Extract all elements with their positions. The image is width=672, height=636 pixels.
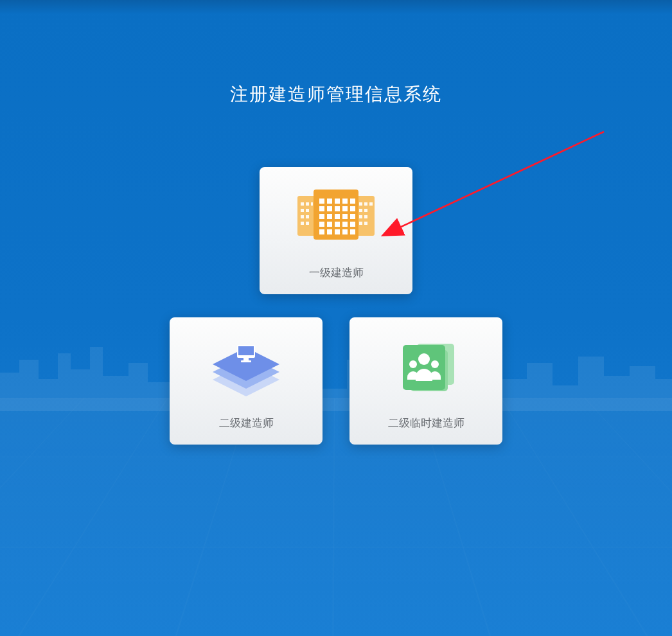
svg-rect-35 bbox=[301, 222, 304, 225]
svg-point-57 bbox=[409, 360, 417, 368]
card-label: 一级建造师 bbox=[309, 265, 364, 294]
svg-rect-29 bbox=[306, 202, 309, 206]
svg-rect-32 bbox=[306, 209, 309, 212]
svg-rect-51 bbox=[243, 358, 249, 360]
svg-rect-36 bbox=[306, 222, 309, 225]
layers-monitor-icon bbox=[201, 335, 291, 399]
svg-rect-11 bbox=[342, 206, 348, 211]
svg-rect-13 bbox=[319, 214, 324, 219]
svg-rect-16 bbox=[342, 214, 348, 219]
svg-rect-31 bbox=[301, 209, 304, 212]
svg-rect-18 bbox=[319, 222, 324, 227]
buildings-icon bbox=[285, 184, 387, 249]
svg-rect-37 bbox=[359, 202, 362, 206]
svg-rect-40 bbox=[359, 209, 362, 212]
svg-rect-17 bbox=[350, 214, 355, 219]
svg-rect-52 bbox=[241, 360, 251, 362]
svg-rect-55 bbox=[403, 345, 445, 390]
card-row-2: 二级建造师 二级临时建造师 bbox=[170, 317, 502, 445]
people-icon bbox=[381, 335, 471, 399]
header-band bbox=[0, 0, 672, 14]
svg-rect-15 bbox=[335, 214, 340, 219]
svg-rect-4 bbox=[327, 199, 332, 204]
svg-rect-38 bbox=[364, 202, 367, 206]
card-icon-wrap bbox=[260, 167, 412, 265]
svg-rect-12 bbox=[350, 206, 355, 211]
svg-rect-50 bbox=[238, 346, 254, 355]
card-level-2-builder[interactable]: 二级建造师 bbox=[170, 317, 323, 445]
svg-rect-10 bbox=[335, 206, 340, 211]
card-icon-wrap bbox=[170, 317, 323, 416]
card-label: 二级建造师 bbox=[219, 416, 274, 445]
svg-rect-43 bbox=[364, 215, 367, 218]
svg-rect-20 bbox=[335, 222, 340, 227]
svg-rect-27 bbox=[350, 229, 355, 234]
page-title: 注册建造师管理信息系统 bbox=[0, 82, 672, 107]
svg-rect-42 bbox=[359, 215, 362, 218]
svg-rect-22 bbox=[350, 222, 355, 227]
svg-point-56 bbox=[418, 353, 430, 365]
svg-rect-9 bbox=[327, 206, 332, 211]
card-level-1-builder[interactable]: 一级建造师 bbox=[260, 167, 412, 294]
svg-rect-45 bbox=[364, 222, 367, 225]
svg-rect-23 bbox=[319, 229, 324, 234]
svg-rect-30 bbox=[311, 202, 313, 206]
svg-rect-7 bbox=[350, 199, 355, 204]
card-container: 一级建造师 bbox=[0, 167, 672, 445]
svg-rect-21 bbox=[342, 222, 348, 227]
svg-rect-44 bbox=[359, 222, 362, 225]
svg-rect-19 bbox=[327, 222, 332, 227]
svg-rect-28 bbox=[301, 202, 304, 206]
svg-rect-39 bbox=[369, 202, 373, 206]
svg-rect-3 bbox=[319, 199, 324, 204]
svg-rect-33 bbox=[301, 215, 304, 218]
svg-rect-6 bbox=[342, 199, 348, 204]
svg-rect-5 bbox=[335, 199, 340, 204]
card-row-1: 一级建造师 bbox=[260, 167, 412, 294]
svg-rect-41 bbox=[364, 209, 367, 212]
card-icon-wrap bbox=[349, 317, 502, 416]
svg-rect-14 bbox=[327, 214, 332, 219]
card-label: 二级临时建造师 bbox=[388, 416, 464, 445]
svg-rect-34 bbox=[306, 215, 309, 218]
svg-rect-25 bbox=[335, 229, 340, 234]
card-level-2-temp-builder[interactable]: 二级临时建造师 bbox=[349, 317, 502, 445]
svg-rect-24 bbox=[327, 229, 332, 234]
svg-rect-26 bbox=[342, 229, 348, 234]
svg-point-58 bbox=[431, 360, 439, 368]
svg-rect-8 bbox=[319, 206, 324, 211]
